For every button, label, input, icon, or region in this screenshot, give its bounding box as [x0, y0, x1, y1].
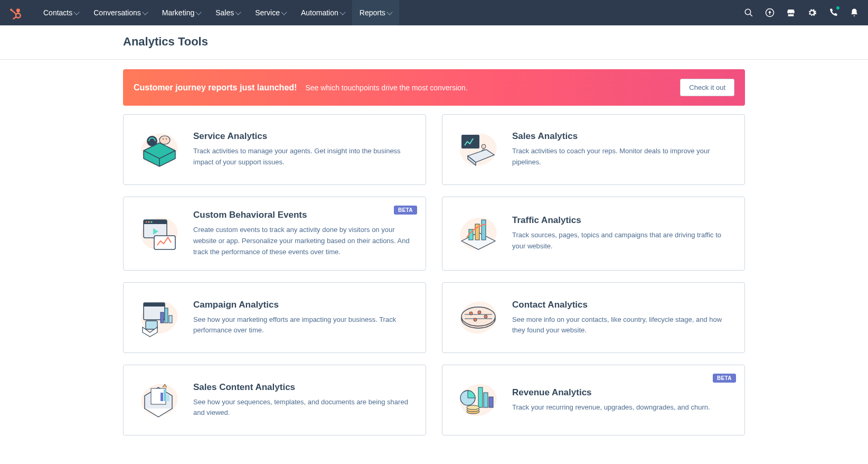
card-title: Sales Content Analytics: [193, 382, 412, 393]
svg-point-13: [146, 221, 147, 223]
svg-point-42: [467, 405, 479, 410]
top-nav: Contacts Conversations Marketing Sales S…: [0, 0, 868, 25]
chevron-down-icon: [74, 9, 80, 15]
banner-title: Customer journey reports just launched!: [134, 83, 297, 92]
nav-marketing[interactable]: Marketing: [155, 0, 208, 25]
card-contact-analytics[interactable]: Contact Analytics See more info on your …: [442, 282, 745, 353]
card-desc: Track sources, pages, topics and campaig…: [512, 230, 731, 252]
card-sales-analytics[interactable]: Sales Analytics Track activities to coac…: [442, 114, 745, 185]
svg-rect-22: [161, 312, 164, 323]
card-title: Campaign Analytics: [193, 300, 412, 310]
svg-point-28: [469, 312, 473, 315]
phone-icon[interactable]: [828, 7, 838, 18]
nav-sales[interactable]: Sales: [208, 0, 248, 25]
banner-check-it-out-button[interactable]: Check it out: [680, 79, 734, 96]
svg-point-31: [474, 318, 477, 321]
svg-point-29: [478, 311, 481, 314]
nav-automation[interactable]: Automation: [294, 0, 352, 25]
beta-badge: BETA: [394, 206, 417, 215]
svg-rect-24: [169, 315, 172, 323]
svg-point-2: [10, 8, 12, 11]
svg-point-3: [745, 9, 751, 15]
nav-label: Contacts: [43, 8, 72, 17]
card-desc: See how your sequences, templates, and d…: [193, 397, 412, 419]
nav-label: Conversations: [93, 8, 141, 17]
card-sales-content-analytics[interactable]: Sales Content Analytics See how your seq…: [123, 365, 426, 435]
card-desc: Create custom events to track any activi…: [193, 225, 412, 257]
svg-rect-9: [461, 135, 479, 149]
nav-label: Automation: [301, 8, 338, 17]
svg-rect-23: [165, 308, 168, 323]
chevron-down-icon: [142, 9, 148, 15]
card-title: Sales Analytics: [512, 131, 731, 142]
svg-point-8: [166, 138, 167, 140]
svg-point-7: [163, 138, 164, 140]
page-header: Analytics Tools: [0, 25, 868, 60]
svg-rect-12: [144, 220, 167, 224]
svg-rect-39: [489, 397, 493, 407]
notifications-icon[interactable]: [849, 7, 860, 18]
nav-label: Service: [255, 8, 280, 17]
beta-badge: BETA: [713, 374, 736, 383]
chevron-down-icon: [235, 9, 241, 15]
traffic-analytics-icon: [456, 211, 501, 256]
search-icon[interactable]: [743, 7, 754, 18]
svg-rect-33: [161, 393, 163, 401]
nav-service[interactable]: Service: [248, 0, 294, 25]
card-desc: Track activities to manage your agents. …: [193, 146, 412, 168]
service-analytics-icon: [137, 127, 182, 172]
banner-subtitle: See which touchpoints drive the most con…: [305, 83, 680, 92]
nav-label: Sales: [215, 8, 234, 17]
card-title: Traffic Analytics: [512, 215, 731, 226]
card-custom-behavioral-events[interactable]: BETA Custom Behavioral Events Create cus…: [123, 197, 426, 271]
card-desc: See more info on your contacts, like cou…: [512, 314, 731, 337]
svg-rect-37: [478, 387, 483, 407]
card-campaign-analytics[interactable]: Campaign Analytics See how your marketin…: [123, 282, 426, 353]
sales-content-analytics-icon: [137, 378, 182, 422]
chevron-down-icon: [281, 9, 287, 15]
sales-analytics-icon: [456, 127, 501, 172]
card-desc: Track your recurring revenue, upgrades, …: [512, 402, 731, 413]
chevron-down-icon: [386, 9, 392, 15]
svg-rect-25: [146, 321, 157, 329]
card-desc: See how your marketing efforts are impac…: [193, 314, 412, 337]
svg-rect-32: [151, 388, 166, 404]
card-desc: Track activities to coach your reps. Mon…: [512, 146, 731, 168]
upgrade-icon[interactable]: [765, 7, 775, 18]
card-traffic-analytics[interactable]: Traffic Analytics Track sources, pages, …: [442, 197, 745, 271]
revenue-analytics-icon: [456, 378, 501, 422]
svg-rect-21: [144, 303, 165, 307]
card-title: Custom Behavioral Events: [193, 210, 412, 220]
svg-point-27: [461, 307, 495, 326]
card-revenue-analytics[interactable]: BETA Revenue Analytics Track your recurr…: [442, 365, 745, 435]
svg-point-30: [484, 315, 487, 318]
nav-conversations[interactable]: Conversations: [86, 0, 155, 25]
chevron-down-icon: [196, 9, 202, 15]
svg-point-14: [148, 221, 150, 223]
nav-label: Marketing: [162, 8, 194, 17]
marketplace-icon[interactable]: [786, 7, 796, 18]
nav-label: Reports: [360, 8, 385, 17]
contact-analytics-icon: [456, 295, 501, 340]
svg-rect-35: [167, 395, 169, 401]
svg-rect-38: [484, 393, 488, 407]
svg-point-10: [482, 144, 486, 149]
settings-icon[interactable]: [807, 7, 817, 18]
svg-point-6: [159, 136, 170, 144]
page-title: Analytics Tools: [123, 35, 745, 49]
custom-behavioral-events-icon: [137, 211, 182, 256]
svg-point-0: [16, 8, 20, 12]
svg-rect-19: [482, 220, 486, 240]
nav-contacts[interactable]: Contacts: [36, 0, 86, 25]
card-title: Revenue Analytics: [512, 387, 731, 398]
hubspot-logo[interactable]: [8, 5, 23, 20]
campaign-analytics-icon: [137, 295, 182, 340]
cards-grid: Service Analytics Track activities to ma…: [123, 114, 745, 451]
svg-point-15: [151, 221, 153, 223]
nav-reports[interactable]: Reports: [352, 0, 399, 25]
card-service-analytics[interactable]: Service Analytics Track activities to ma…: [123, 114, 426, 185]
card-title: Service Analytics: [193, 131, 412, 142]
card-title: Contact Analytics: [512, 300, 731, 310]
chevron-down-icon: [339, 9, 345, 15]
svg-rect-34: [164, 389, 166, 401]
